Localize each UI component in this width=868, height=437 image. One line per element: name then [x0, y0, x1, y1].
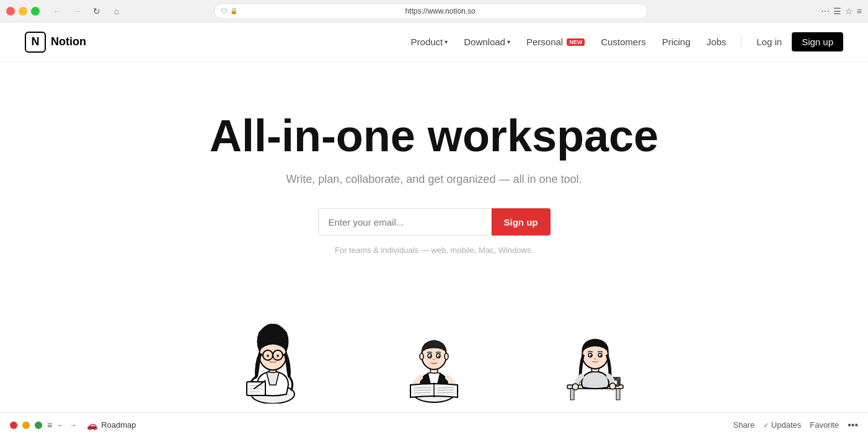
- svg-point-44: [609, 383, 616, 389]
- car-icon: 🚗: [87, 420, 97, 430]
- roadmap-label: Roadmap: [101, 420, 136, 430]
- browser-menu-btn[interactable]: ⋯: [821, 6, 830, 16]
- home-button[interactable]: ⌂: [108, 2, 125, 20]
- nav-links: Product ▾ Download ▾ Personal NEW Custom…: [405, 32, 843, 51]
- browser-close-btn[interactable]: [6, 7, 15, 15]
- forward-button[interactable]: →: [68, 2, 86, 20]
- svg-rect-32: [570, 389, 574, 400]
- nav-customers[interactable]: Customers: [595, 33, 652, 51]
- wikis-illustration: [397, 317, 471, 404]
- signup-link[interactable]: Sign up: [792, 32, 843, 51]
- hero-title: All-in-one workspace: [12, 112, 856, 161]
- address-bar[interactable]: 🛡 🔒 https://www.notion.so: [214, 3, 648, 19]
- nav-download-label: Download: [464, 37, 505, 47]
- feature-wikis: Wikis: [378, 317, 490, 425]
- notion-logo-letter: N: [32, 35, 40, 48]
- lock-icon: 🔒: [230, 7, 237, 14]
- traffic-dot-yellow: [22, 422, 30, 429]
- projects-illustration: [558, 317, 632, 404]
- extension-menu-btn[interactable]: ≡: [857, 6, 862, 16]
- nav-personal-label: Personal: [526, 37, 563, 47]
- notes-illustration: [236, 317, 310, 404]
- notion-logo-box: N: [25, 32, 46, 53]
- svg-rect-33: [616, 389, 620, 400]
- more-options-btn[interactable]: •••: [848, 420, 858, 431]
- updates-check-icon: ✓: [763, 422, 769, 429]
- bottom-bar-right: Share ✓ Updates Favorite •••: [733, 420, 858, 431]
- bottom-menu-icon[interactable]: ≡: [47, 420, 52, 430]
- nav-pricing-label: Pricing: [662, 37, 691, 47]
- svg-point-41: [590, 355, 592, 357]
- nav-jobs[interactable]: Jobs: [701, 33, 733, 51]
- navbar: N Notion Product ▾ Download ▾ Personal N…: [0, 22, 868, 62]
- share-label[interactable]: Share: [733, 420, 755, 430]
- login-link[interactable]: Log in: [750, 33, 788, 51]
- svg-point-22: [420, 353, 423, 360]
- hero-subtitle: Write, plan, collaborate, and get organi…: [12, 173, 856, 186]
- svg-point-21: [438, 356, 440, 358]
- bottom-back-arrow[interactable]: ←: [57, 421, 64, 430]
- nav-product[interactable]: Product ▾: [405, 33, 454, 51]
- svg-point-8: [267, 355, 269, 357]
- url-text: https://www.notion.so: [240, 7, 641, 15]
- browser-max-btn[interactable]: [31, 7, 40, 15]
- signup-label: Sign up: [802, 37, 833, 47]
- roadmap-area: 🚗 Roadmap: [87, 420, 136, 430]
- browser-chrome: ← → ↻ ⌂ 🛡 🔒 https://www.notion.so ⋯ ☰ ☆ …: [0, 0, 868, 22]
- email-input[interactable]: [318, 208, 492, 236]
- svg-line-5: [259, 355, 263, 355]
- signup-form: Sign up: [12, 208, 856, 236]
- traffic-dot-red: [10, 422, 17, 429]
- bottom-bar-left: ≡ ← → 🚗 Roadmap: [10, 420, 136, 430]
- signup-btn-label: Sign up: [504, 217, 538, 227]
- download-chevron-icon: ▾: [507, 38, 510, 45]
- svg-point-43: [572, 384, 578, 390]
- traffic-dot-green: [35, 422, 42, 429]
- feature-projects: Projects & tasks: [539, 317, 651, 425]
- shield-icon: 🛡: [221, 7, 228, 15]
- personal-new-badge: NEW: [567, 38, 585, 46]
- nav-jobs-label: Jobs: [707, 37, 727, 47]
- svg-point-9: [277, 355, 279, 357]
- refresh-button[interactable]: ↻: [88, 2, 105, 20]
- hero-note: For teams & individuals — web, mobile, M…: [12, 245, 856, 255]
- nav-product-label: Product: [411, 37, 443, 47]
- svg-point-20: [430, 356, 432, 358]
- browser-nav: ← → ↻ ⌂: [48, 2, 125, 20]
- bottom-bar: ≡ ← → 🚗 Roadmap Share ✓ Updates Favorite…: [0, 412, 868, 437]
- feature-notes: Notes & docs: [217, 317, 329, 425]
- bottom-forward-arrow[interactable]: →: [69, 421, 77, 430]
- updates-label[interactable]: Updates: [771, 420, 801, 430]
- product-chevron-icon: ▾: [445, 38, 448, 45]
- bookmark-btn[interactable]: ☆: [845, 6, 853, 16]
- nav-download[interactable]: Download ▾: [458, 33, 516, 51]
- back-button[interactable]: ←: [48, 2, 66, 20]
- browser-actions: ⋯ ☰ ☆ ≡: [821, 6, 862, 16]
- logo-link[interactable]: N Notion: [25, 32, 86, 53]
- hero-section: All-in-one workspace Write, plan, collab…: [0, 62, 868, 292]
- pocket-btn[interactable]: ☰: [833, 6, 841, 16]
- svg-point-23: [445, 353, 448, 360]
- nav-customers-label: Customers: [601, 37, 646, 47]
- hero-signup-button[interactable]: Sign up: [492, 208, 551, 236]
- nav-pricing[interactable]: Pricing: [656, 33, 697, 51]
- svg-line-7: [283, 355, 286, 355]
- favorite-label[interactable]: Favorite: [810, 420, 839, 430]
- nav-personal[interactable]: Personal NEW: [520, 33, 591, 51]
- browser-min-btn[interactable]: [19, 7, 27, 15]
- svg-point-42: [600, 355, 602, 357]
- notion-logo-text: Notion: [51, 35, 86, 48]
- nav-divider: [741, 36, 742, 48]
- page-wrapper: N Notion Product ▾ Download ▾ Personal N…: [0, 22, 868, 437]
- login-label: Log in: [756, 37, 782, 47]
